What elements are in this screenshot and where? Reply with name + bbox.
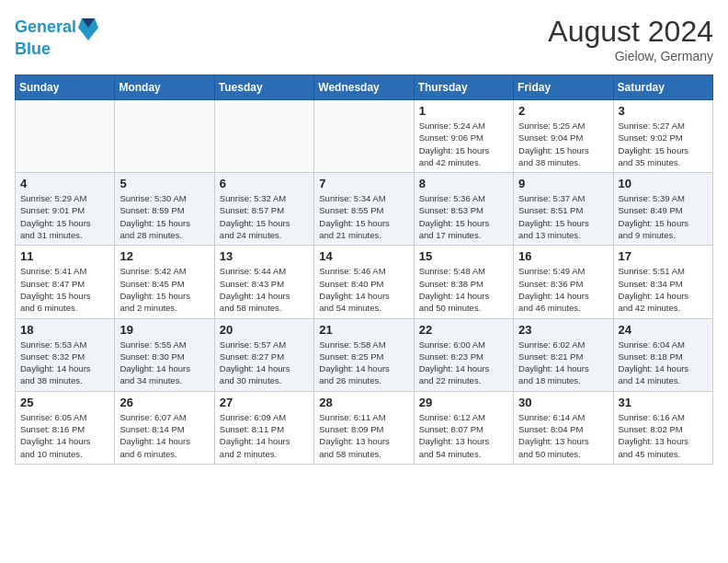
calendar-cell: 9Sunrise: 5:37 AM Sunset: 8:51 PM Daylig… [514, 173, 613, 246]
calendar-cell: 1Sunrise: 5:24 AM Sunset: 9:06 PM Daylig… [414, 100, 513, 173]
calendar-cell: 7Sunrise: 5:34 AM Sunset: 8:55 PM Daylig… [314, 173, 414, 246]
calendar-cell: 27Sunrise: 6:09 AM Sunset: 8:11 PM Dayli… [214, 391, 313, 464]
day-number: 25 [20, 396, 109, 409]
calendar-cell: 22Sunrise: 6:00 AM Sunset: 8:23 PM Dayli… [414, 318, 513, 391]
day-number: 17 [619, 249, 708, 263]
calendar-cell: 5Sunrise: 5:30 AM Sunset: 8:59 PM Daylig… [115, 173, 214, 246]
calendar-cell: 6Sunrise: 5:32 AM Sunset: 8:57 PM Daylig… [214, 173, 313, 246]
day-number: 27 [220, 396, 309, 409]
day-info: Sunrise: 6:05 AM Sunset: 8:16 PM Dayligh… [20, 411, 109, 460]
calendar-cell: 12Sunrise: 5:42 AM Sunset: 8:45 PM Dayli… [115, 246, 214, 318]
weekday-header-wednesday: Wednesday [314, 75, 414, 100]
day-number: 31 [619, 396, 708, 409]
day-info: Sunrise: 5:25 AM Sunset: 9:04 PM Dayligh… [518, 120, 608, 168]
calendar-cell: 17Sunrise: 5:51 AM Sunset: 8:34 PM Dayli… [613, 246, 712, 318]
day-info: Sunrise: 6:02 AM Sunset: 8:21 PM Dayligh… [518, 339, 608, 387]
day-info: Sunrise: 5:34 AM Sunset: 8:55 PM Dayligh… [319, 192, 408, 241]
calendar-cell [214, 100, 313, 173]
day-number: 14 [319, 249, 408, 263]
weekday-header-sunday: Sunday [16, 75, 115, 100]
calendar-week-row: 18Sunrise: 5:53 AM Sunset: 8:32 PM Dayli… [16, 318, 713, 391]
day-info: Sunrise: 5:37 AM Sunset: 8:51 PM Dayligh… [518, 192, 608, 241]
day-info: Sunrise: 5:49 AM Sunset: 8:36 PM Dayligh… [518, 265, 608, 314]
day-number: 5 [119, 177, 209, 190]
day-info: Sunrise: 5:29 AM Sunset: 9:01 PM Dayligh… [20, 192, 109, 241]
calendar-cell: 23Sunrise: 6:02 AM Sunset: 8:21 PM Dayli… [514, 318, 613, 391]
day-number: 13 [220, 249, 309, 263]
day-info: Sunrise: 6:11 AM Sunset: 8:09 PM Dayligh… [319, 411, 408, 460]
calendar-table: SundayMondayTuesdayWednesdayThursdayFrid… [15, 75, 713, 465]
calendar-cell: 29Sunrise: 6:12 AM Sunset: 8:07 PM Dayli… [414, 391, 513, 464]
weekday-header-thursday: Thursday [414, 75, 513, 100]
day-info: Sunrise: 6:00 AM Sunset: 8:23 PM Dayligh… [419, 339, 508, 387]
day-number: 11 [20, 249, 109, 263]
day-number: 21 [319, 323, 408, 337]
calendar-cell: 14Sunrise: 5:46 AM Sunset: 8:40 PM Dayli… [314, 246, 414, 318]
day-number: 3 [619, 104, 708, 118]
day-number: 30 [518, 396, 608, 409]
day-info: Sunrise: 5:44 AM Sunset: 8:43 PM Dayligh… [220, 265, 309, 314]
day-info: Sunrise: 5:27 AM Sunset: 9:02 PM Dayligh… [619, 120, 708, 168]
calendar-cell: 10Sunrise: 5:39 AM Sunset: 8:49 PM Dayli… [613, 173, 712, 246]
day-info: Sunrise: 5:39 AM Sunset: 8:49 PM Dayligh… [619, 192, 708, 241]
weekday-header-row: SundayMondayTuesdayWednesdayThursdayFrid… [16, 75, 713, 100]
day-info: Sunrise: 5:46 AM Sunset: 8:40 PM Dayligh… [319, 265, 408, 314]
day-info: Sunrise: 6:12 AM Sunset: 8:07 PM Dayligh… [419, 411, 508, 460]
calendar-cell: 16Sunrise: 5:49 AM Sunset: 8:36 PM Dayli… [514, 246, 613, 318]
day-info: Sunrise: 6:14 AM Sunset: 8:04 PM Dayligh… [518, 411, 608, 460]
calendar-cell: 31Sunrise: 6:16 AM Sunset: 8:02 PM Dayli… [613, 391, 712, 464]
calendar-cell [115, 100, 214, 173]
day-info: Sunrise: 5:57 AM Sunset: 8:27 PM Dayligh… [220, 339, 309, 387]
day-info: Sunrise: 6:04 AM Sunset: 8:18 PM Dayligh… [619, 339, 708, 387]
day-info: Sunrise: 5:51 AM Sunset: 8:34 PM Dayligh… [619, 265, 708, 314]
logo-text: General Blue [15, 15, 100, 59]
calendar-cell [16, 100, 115, 173]
day-number: 20 [220, 323, 309, 337]
day-info: Sunrise: 5:42 AM Sunset: 8:45 PM Dayligh… [119, 265, 209, 314]
location: Gielow, Germany [548, 49, 713, 63]
calendar-cell: 21Sunrise: 5:58 AM Sunset: 8:25 PM Dayli… [314, 318, 414, 391]
day-info: Sunrise: 5:58 AM Sunset: 8:25 PM Dayligh… [319, 339, 408, 387]
calendar-cell: 26Sunrise: 6:07 AM Sunset: 8:14 PM Dayli… [115, 391, 214, 464]
calendar-cell: 24Sunrise: 6:04 AM Sunset: 8:18 PM Dayli… [613, 318, 712, 391]
day-number: 16 [518, 249, 608, 263]
calendar-cell: 4Sunrise: 5:29 AM Sunset: 9:01 PM Daylig… [16, 173, 115, 246]
calendar-cell: 13Sunrise: 5:44 AM Sunset: 8:43 PM Dayli… [214, 246, 313, 318]
day-info: Sunrise: 6:07 AM Sunset: 8:14 PM Dayligh… [119, 411, 209, 460]
day-number: 29 [419, 396, 508, 409]
calendar-cell: 11Sunrise: 5:41 AM Sunset: 8:47 PM Dayli… [16, 246, 115, 318]
day-number: 10 [619, 177, 708, 190]
day-info: Sunrise: 5:36 AM Sunset: 8:53 PM Dayligh… [419, 192, 508, 241]
calendar-cell: 30Sunrise: 6:14 AM Sunset: 8:04 PM Dayli… [514, 391, 613, 464]
calendar-week-row: 25Sunrise: 6:05 AM Sunset: 8:16 PM Dayli… [16, 391, 713, 464]
day-number: 22 [419, 323, 508, 337]
calendar-cell: 15Sunrise: 5:48 AM Sunset: 8:38 PM Dayli… [414, 246, 513, 318]
weekday-header-saturday: Saturday [613, 75, 712, 100]
weekday-header-monday: Monday [115, 75, 214, 100]
title-block: August 2024 Gielow, Germany [548, 15, 713, 63]
day-number: 4 [20, 177, 109, 190]
calendar-week-row: 11Sunrise: 5:41 AM Sunset: 8:47 PM Dayli… [16, 246, 713, 318]
day-info: Sunrise: 5:32 AM Sunset: 8:57 PM Dayligh… [220, 192, 309, 241]
day-info: Sunrise: 5:24 AM Sunset: 9:06 PM Dayligh… [419, 120, 508, 168]
calendar-week-row: 4Sunrise: 5:29 AM Sunset: 9:01 PM Daylig… [16, 173, 713, 246]
day-number: 1 [419, 104, 508, 118]
calendar-cell: 8Sunrise: 5:36 AM Sunset: 8:53 PM Daylig… [414, 173, 513, 246]
calendar-cell: 20Sunrise: 5:57 AM Sunset: 8:27 PM Dayli… [214, 318, 313, 391]
day-number: 19 [119, 323, 209, 337]
day-number: 9 [518, 177, 608, 190]
day-info: Sunrise: 5:48 AM Sunset: 8:38 PM Dayligh… [419, 265, 508, 314]
day-number: 2 [518, 104, 608, 118]
day-number: 6 [220, 177, 309, 190]
calendar-cell: 2Sunrise: 5:25 AM Sunset: 9:04 PM Daylig… [514, 100, 613, 173]
month-year: August 2024 [548, 15, 713, 49]
calendar-cell: 19Sunrise: 5:55 AM Sunset: 8:30 PM Dayli… [115, 318, 214, 391]
day-number: 12 [119, 249, 209, 263]
day-number: 23 [518, 323, 608, 337]
logo: General Blue [15, 15, 100, 59]
calendar-week-row: 1Sunrise: 5:24 AM Sunset: 9:06 PM Daylig… [16, 100, 713, 173]
calendar-cell: 25Sunrise: 6:05 AM Sunset: 8:16 PM Dayli… [16, 391, 115, 464]
day-number: 26 [119, 396, 209, 409]
calendar-cell [314, 100, 414, 173]
day-info: Sunrise: 5:55 AM Sunset: 8:30 PM Dayligh… [119, 339, 209, 387]
